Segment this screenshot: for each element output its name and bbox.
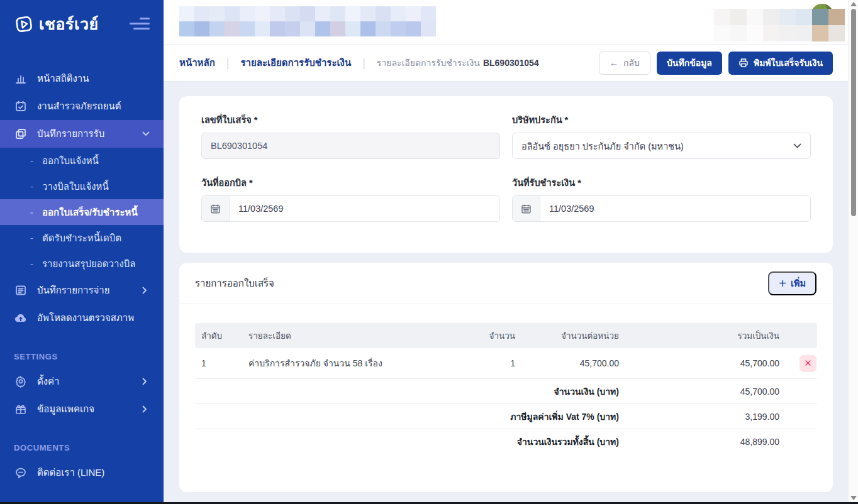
blur-pixel [315,21,330,36]
bill-date-input[interactable]: 11/03/2569 [230,196,499,221]
blur-pixel [828,25,845,41]
blur-pixel [194,21,209,36]
sidebar-item-upload-inspection[interactable]: อัพโหลดงานตรวจสภาพ [0,304,164,332]
bill-date-label: วันที่ออกบิล * [201,175,500,190]
blur-pixel [779,9,796,25]
sidebar: เชอร์เวย์ หน้าสถิติงาน งานสำรวจ [0,0,164,504]
col-header-unit-price: จำนวนต่อหน่วย [521,329,625,342]
cell-actions: ✕ [786,355,817,372]
blur-pixel [315,6,330,21]
receipt-items-title: รายการออกใบเสร็จ [195,276,274,291]
receipt-items-card: รายการออกใบเสร็จ + เพิ่ม ลำดับ รายละเอีย… [179,263,833,492]
sidebar-item-settings[interactable]: ตั้งค่า [0,368,164,395]
table-header-row: ลำดับ รายละเอียด จำนวน จำนวนต่อหน่วย รวม… [195,323,817,348]
sidebar-subitem-label: ออกใบแจ้งหนี้ [42,153,99,168]
sidebar-item-label: งานสำรวจภัยรถยนต์ [37,99,150,114]
blur-pixel [255,21,270,36]
blur-pixel [763,9,779,25]
redacted-header-text [179,6,436,36]
arrow-left-icon: ← [610,58,618,68]
table-row: 1 ค่าบริการสำรวจภัย จำนวน 58 เรื่อง 1 45… [195,348,817,379]
insurer-label: บริษัทประกัน * [512,112,811,127]
scroll-up-arrow-icon[interactable] [850,2,857,6]
sidebar-item-label: ติดต่อเรา (LINE) [37,465,150,480]
blur-pixel [240,21,255,36]
dash-bullet: - [30,233,33,243]
brand-logo-icon [14,14,34,34]
print-button-label: พิมพ์ใบเสร็จรับเงิน [754,56,823,70]
payment-date-label: วันที่รับชำระเงิน * [512,175,811,190]
gear-icon [14,375,28,388]
sidebar-subitem-receipt-payment[interactable]: - ออกใบเสร็จ/รับชำระหนี้ [0,199,164,225]
breadcrumb-divider: | [226,57,230,70]
blur-pixel [270,6,285,21]
blur-pixel [285,6,300,21]
blur-pixel [209,21,225,36]
breadcrumb-bar: หน้าหลัก | รายละเอียดการรับชำระเงิน | รา… [164,45,848,82]
blur-pixel [406,21,421,36]
blur-pixel [812,25,828,41]
breadcrumb-section[interactable]: รายละเอียดการรับชำระเงิน [240,55,351,70]
vat-label: ภาษีมูลค่าเพิ่ม Vat 7% (บาท) [195,410,625,424]
close-icon: ✕ [804,358,812,369]
blur-pixel [300,21,315,36]
calendar-icon[interactable] [202,196,230,221]
payment-detail-form-card: เลขที่ใบเสร็จ * BL690301054 บริษัทประกัน… [179,96,833,253]
sidebar-item-contact-line[interactable]: ติดต่อเรา (LINE) [0,459,164,486]
grand-total-label: จำนวนเงินรวมทั้งสิ้น (บาท) [195,435,625,449]
sidebar-item-survey-jobs[interactable]: งานสำรวจภัยรถยนต์ [0,92,164,120]
scrollbar-thumb[interactable] [851,9,856,216]
payment-date-input[interactable]: 11/03/2569 [540,196,810,221]
sidebar-item-package-info[interactable]: ข้อมูลแพคเกจ [0,395,164,423]
sidebar-subitem-label: ตัดรับชำระหนี้เดบิต [42,231,121,246]
sidebar-item-expense-records[interactable]: บันทึกรายการจ่าย [0,277,164,304]
scroll-down-arrow-icon[interactable] [850,496,857,500]
user-account-area[interactable] [714,9,845,41]
blur-pixel [828,9,845,25]
sidebar-subitem-debit-settlement[interactable]: - ตัดรับชำระหนี้เดบิต [0,225,164,251]
blur-pixel [194,6,209,21]
blur-pixel [376,21,391,36]
sidebar-subitem-billing-summary-report[interactable]: - รายงานสรุปยอดวางบิล [0,251,164,277]
blur-pixel [763,25,779,41]
calendar-icon[interactable] [513,196,540,221]
delete-row-button[interactable]: ✕ [800,355,816,372]
page-content: เลขที่ใบเสร็จ * BL690301054 บริษัทประกัน… [164,82,848,504]
sidebar-item-income-records[interactable]: บันทึกรายการรับ [0,120,164,148]
receipt-no-input[interactable]: BL690301054 [201,133,500,159]
payment-date-field-group: วันที่รับชำระเงิน * 11/03/2569 [512,175,811,222]
summary-row-grand-total: จำนวนเงินรวมทั้งสิ้น (บาท) 48,899.00 [195,429,817,454]
chevron-down-icon [142,131,150,136]
brand-logo[interactable]: เชอร์เวย์ [14,11,99,36]
sidebar-subitem-billing[interactable]: - วางบิลใบแจ้งหนี้ [0,173,164,199]
blur-pixel [796,9,812,25]
breadcrumb-current-text: รายละเอียดการรับชำระเงิน [377,58,480,68]
sidebar-item-dashboard[interactable]: หน้าสถิติงาน [0,65,164,92]
save-button[interactable]: บันทึกข้อมูล [657,52,722,75]
dash-bullet: - [30,155,33,166]
grand-total-value: 48,899.00 [625,437,786,447]
summary-row-subtotal: จำนวนเงิน (บาท) 45,700.00 [195,379,817,404]
sidebar-toggle-icon[interactable] [128,18,150,30]
sidebar-item-label: บันทึกรายการจ่าย [37,283,133,298]
chat-icon [14,466,28,479]
receipt-items-table: ลำดับ รายละเอียด จำนวน จำนวนต่อหน่วย รวม… [195,323,817,454]
insurer-select[interactable]: อลิอันซ์ อยุธยา ประกันภัย จำกัด (มหาชน) [512,133,811,159]
breadcrumb-divider: | [362,57,365,70]
calendar-check-icon [14,100,28,112]
print-receipt-button[interactable]: พิมพ์ใบเสร็จรับเงิน [728,52,833,75]
add-item-button[interactable]: + เพิ่ม [768,271,816,295]
cell-description: ค่าบริการสำรวจภัย จำนวน 58 เรื่อง [242,356,462,370]
sidebar-section-settings: SETTINGS [0,352,164,361]
dash-bullet: - [30,207,33,217]
sidebar-subitem-issue-invoice[interactable]: - ออกใบแจ้งหนี้ [0,148,164,173]
breadcrumb-home[interactable]: หน้าหลัก [179,55,215,70]
chevron-right-icon [142,378,150,385]
vertical-scrollbar[interactable] [848,0,858,504]
sidebar-item-label: หน้าสถิติงาน [37,71,150,86]
blur-pixel [330,6,345,21]
back-button[interactable]: ← กลับ [599,52,650,75]
cloud-upload-icon [14,312,28,324]
dash-bullet: - [30,258,33,269]
blur-pixel [285,21,300,36]
